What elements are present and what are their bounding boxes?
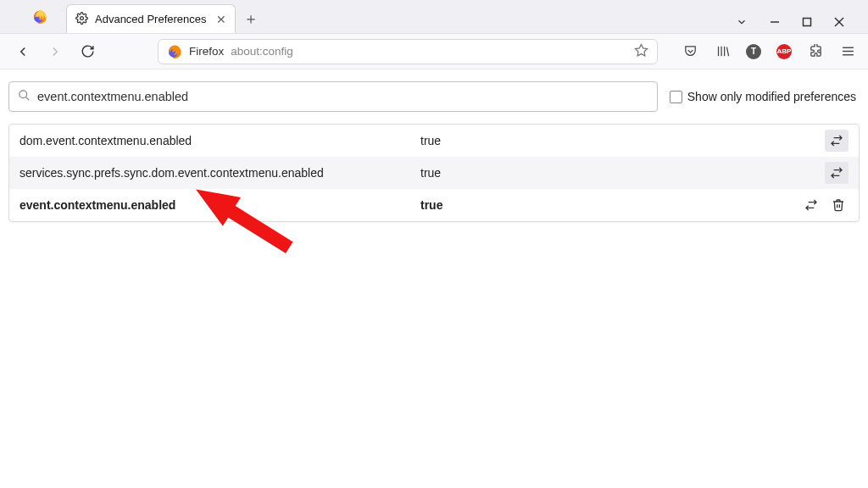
search-icon [18,89,31,104]
nav-reload-button[interactable] [76,41,98,63]
gear-icon [75,12,88,27]
svg-marker-7 [635,44,647,55]
pref-actions [801,194,849,216]
window-minimize-button[interactable] [770,17,780,27]
window-close-button[interactable] [834,17,844,27]
toolbar-icons: T ABP [682,43,856,60]
tab-title: Advanced Preferences [95,13,207,25]
plus-icon: ＋ [243,8,259,29]
tab-strip: Advanced Preferences ✕ ＋ [0,0,868,34]
pref-row[interactable]: dom.event.contextmenu.enabledtrue [9,125,859,157]
modified-only-checkbox[interactable]: Show only modified preferences [670,90,860,103]
config-search-box[interactable] [8,81,658,112]
toggle-button[interactable] [801,194,821,216]
pref-name: event.contextmenu.enabled [19,198,414,212]
url-bar[interactable]: Firefox about:config [158,39,658,64]
svg-line-11 [726,47,728,57]
config-content: Show only modified preferences dom.event… [0,69,868,234]
url-text: about:config [231,45,293,58]
tab-close-icon[interactable]: ✕ [216,13,226,26]
delete-button[interactable] [828,194,849,216]
pref-value: true [420,198,794,212]
svg-point-15 [19,91,27,98]
toolbar: Firefox about:config T ABP [0,34,868,69]
pref-row[interactable]: event.contextmenu.enabledtrue [9,189,859,221]
trash-icon [832,198,845,212]
hamburger-menu-icon[interactable] [839,43,856,60]
pref-actions [825,130,849,152]
svg-rect-3 [804,19,811,26]
pref-row[interactable]: services.sync.prefs.sync.dom.event.conte… [9,157,859,189]
swap-icon [830,134,843,147]
nav-forward-button[interactable] [44,41,66,63]
pref-actions [825,162,849,184]
nav-back-button[interactable] [12,41,34,63]
library-icon[interactable] [714,43,731,60]
config-search-input[interactable] [37,90,648,103]
svg-point-1 [81,16,84,19]
modified-only-label: Show only modified preferences [687,90,856,103]
window-controls [736,16,861,28]
toggle-button[interactable] [825,162,849,184]
chevron-down-icon[interactable] [736,16,748,28]
pref-name: dom.event.contextmenu.enabled [19,134,414,147]
firefox-identity-icon [167,44,182,59]
identity-label: Firefox [189,45,224,58]
bookmark-star-icon[interactable] [634,43,648,60]
checkbox-box-icon [670,91,682,103]
config-search-row: Show only modified preferences [8,81,860,112]
swap-icon [830,166,843,180]
pref-table: dom.event.contextmenu.enabledtrueservice… [8,124,860,222]
extensions-icon[interactable] [807,43,824,60]
abp-icon[interactable]: ABP [776,44,792,59]
swap-icon [804,198,818,212]
tab-active[interactable]: Advanced Preferences ✕ [66,4,236,33]
firefox-logo-icon [31,8,49,26]
account-icon[interactable]: T [746,44,761,59]
pref-value: true [420,134,818,147]
pref-value: true [420,166,818,180]
pocket-icon[interactable] [682,43,698,60]
new-tab-button[interactable]: ＋ [239,7,263,30]
window-maximize-button[interactable] [802,17,812,27]
svg-line-16 [26,97,29,100]
toggle-button[interactable] [825,130,849,152]
pref-name: services.sync.prefs.sync.dom.event.conte… [19,166,414,180]
